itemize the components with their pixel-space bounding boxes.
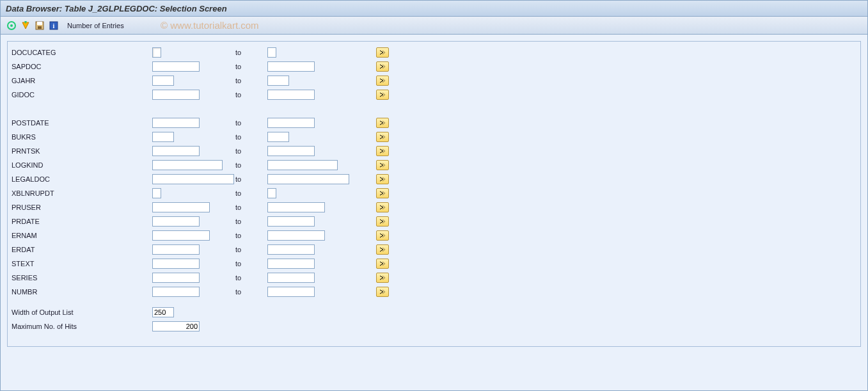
- gjahr-from-input[interactable]: [152, 76, 174, 86]
- xblnrupdt-to-input[interactable]: [267, 188, 276, 198]
- to-label: to: [235, 186, 267, 200]
- numbr-from-input[interactable]: [152, 287, 200, 297]
- to-label: to: [235, 74, 267, 88]
- ernam-multiple-selection-button[interactable]: [376, 230, 389, 241]
- bukrs-multiple-selection-button[interactable]: [376, 132, 389, 142]
- field-row-numbr: NUMBRto: [12, 285, 395, 299]
- series-from-input[interactable]: [152, 273, 200, 283]
- selection-panel: DOCUCATEGtoSAPDOCtoGJAHRtoGIDOCtoPOSTDAT…: [7, 41, 861, 347]
- field-label-docucateg: DOCUCATEG: [12, 45, 152, 60]
- field-label-bukrs: BUKRS: [12, 130, 152, 144]
- docucateg-to-input[interactable]: [267, 47, 276, 58]
- legaldoc-multiple-selection-button[interactable]: [376, 174, 389, 184]
- postdate-from-input[interactable]: [152, 118, 200, 128]
- logkind-multiple-selection-button[interactable]: [376, 160, 389, 170]
- series-multiple-selection-button[interactable]: [376, 273, 389, 283]
- bukrs-from-input[interactable]: [152, 132, 174, 142]
- numbr-to-input[interactable]: [267, 287, 315, 297]
- field-row-ernam: ERNAMto: [12, 228, 395, 243]
- svg-rect-5: [37, 22, 42, 25]
- pruser-multiple-selection-button[interactable]: [376, 202, 389, 212]
- erdat-multiple-selection-button[interactable]: [376, 244, 389, 255]
- field-row-series: SERIESto: [12, 271, 395, 285]
- bukrs-to-input[interactable]: [267, 132, 289, 142]
- gidoc-to-input[interactable]: [267, 90, 315, 100]
- field-label-postdate: POSTDATE: [12, 116, 152, 130]
- selection-fields: DOCUCATEGtoSAPDOCtoGJAHRtoGIDOCtoPOSTDAT…: [12, 45, 395, 299]
- xblnrupdt-from-input[interactable]: [152, 188, 161, 198]
- svg-point-1: [10, 24, 13, 27]
- prdate-from-input[interactable]: [152, 216, 200, 227]
- save-icon[interactable]: [34, 20, 45, 31]
- number-of-entries-button[interactable]: Number of Entries: [65, 20, 127, 31]
- docucateg-from-input[interactable]: [152, 47, 161, 58]
- gidoc-from-input[interactable]: [152, 90, 200, 100]
- legaldoc-from-input[interactable]: [152, 174, 234, 184]
- to-label: to: [235, 214, 267, 228]
- field-row-bukrs: BUKRSto: [12, 130, 395, 144]
- legaldoc-to-input[interactable]: [267, 174, 349, 184]
- field-label-numbr: NUMBR: [12, 285, 152, 299]
- field-label-prntsk: PRNTSK: [12, 144, 152, 158]
- field-row-gidoc: GIDOCto: [12, 88, 395, 102]
- sapdoc-from-input[interactable]: [152, 61, 200, 72]
- field-row-sapdoc: SAPDOCto: [12, 60, 395, 74]
- series-to-input[interactable]: [267, 273, 315, 283]
- maximum-hits-row: Maximum No. of Hits: [12, 319, 235, 333]
- page-title: Data Browser: Table J_2GLPLEGDOC: Select…: [6, 4, 227, 13]
- prntsk-to-input[interactable]: [267, 146, 315, 156]
- to-label: to: [235, 144, 267, 158]
- field-row-prntsk: PRNTSKto: [12, 144, 395, 158]
- info-icon[interactable]: i: [48, 20, 59, 31]
- to-label: to: [235, 60, 267, 74]
- field-label-gjahr: GJAHR: [12, 74, 152, 88]
- logkind-from-input[interactable]: [152, 160, 223, 170]
- width-of-output-list-label: Width of Output List: [12, 305, 152, 319]
- ernam-to-input[interactable]: [267, 230, 325, 241]
- field-row-xblnrupdt: XBLNRUPDTto: [12, 186, 395, 200]
- erdat-from-input[interactable]: [152, 244, 200, 255]
- width-of-output-list-input[interactable]: [152, 307, 174, 317]
- execute-icon[interactable]: [6, 20, 17, 31]
- field-row-docucateg: DOCUCATEGto: [12, 45, 395, 60]
- prntsk-multiple-selection-button[interactable]: [376, 146, 389, 156]
- prdate-multiple-selection-button[interactable]: [376, 216, 389, 227]
- field-label-xblnrupdt: XBLNRUPDT: [12, 186, 152, 200]
- field-label-pruser: PRUSER: [12, 200, 152, 214]
- to-label: to: [235, 200, 267, 214]
- stext-to-input[interactable]: [267, 259, 315, 269]
- xblnrupdt-multiple-selection-button[interactable]: [376, 188, 389, 198]
- field-label-sapdoc: SAPDOC: [12, 60, 152, 74]
- erdat-to-input[interactable]: [267, 244, 315, 255]
- pruser-from-input[interactable]: [152, 202, 210, 212]
- postdate-multiple-selection-button[interactable]: [376, 118, 389, 128]
- to-label: to: [235, 158, 267, 172]
- stext-multiple-selection-button[interactable]: [376, 259, 389, 269]
- to-label: to: [235, 257, 267, 271]
- width-of-output-list-row: Width of Output List: [12, 305, 235, 319]
- field-label-erdat: ERDAT: [12, 243, 152, 257]
- pruser-to-input[interactable]: [267, 202, 325, 212]
- docucateg-multiple-selection-button[interactable]: [376, 47, 389, 58]
- sapdoc-to-input[interactable]: [267, 61, 315, 72]
- maximum-hits-input[interactable]: [152, 321, 200, 331]
- prdate-to-input[interactable]: [267, 216, 315, 227]
- numbr-multiple-selection-button[interactable]: [376, 287, 389, 297]
- svg-rect-6: [38, 26, 42, 29]
- gidoc-multiple-selection-button[interactable]: [376, 90, 389, 100]
- field-row-postdate: POSTDATEto: [12, 116, 395, 130]
- ernam-from-input[interactable]: [152, 230, 210, 241]
- maximum-hits-label: Maximum No. of Hits: [12, 319, 152, 333]
- prntsk-from-input[interactable]: [152, 146, 200, 156]
- logkind-to-input[interactable]: [267, 160, 338, 170]
- gjahr-multiple-selection-button[interactable]: [376, 76, 389, 86]
- sapdoc-multiple-selection-button[interactable]: [376, 61, 389, 72]
- to-label: to: [235, 116, 267, 130]
- field-row-legaldoc: LEGALDOCto: [12, 172, 395, 186]
- field-row-gjahr: GJAHRto: [12, 74, 395, 88]
- gjahr-to-input[interactable]: [267, 76, 289, 86]
- stext-from-input[interactable]: [152, 259, 200, 269]
- postdate-to-input[interactable]: [267, 118, 315, 128]
- to-label: to: [235, 88, 267, 102]
- execute-with-variant-icon[interactable]: [20, 20, 31, 31]
